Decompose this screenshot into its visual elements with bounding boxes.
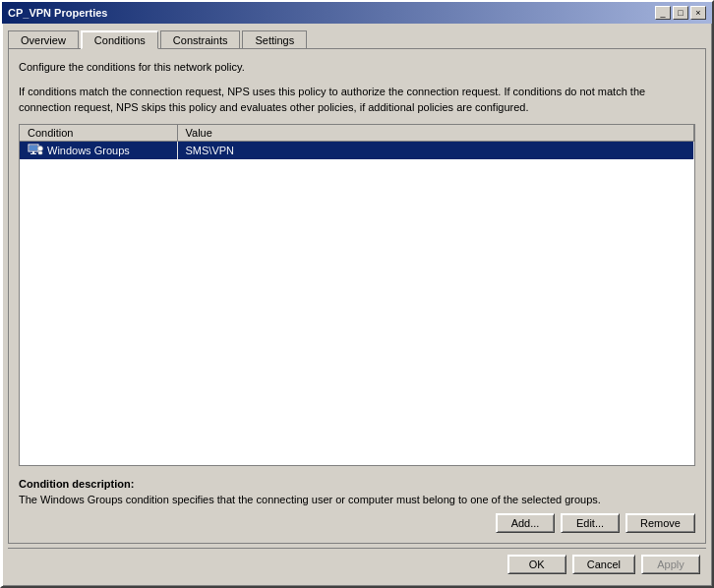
cancel-button[interactable]: Cancel: [572, 555, 635, 574]
ok-button[interactable]: OK: [507, 555, 566, 574]
add-button[interactable]: Add...: [496, 513, 555, 533]
svg-rect-5: [38, 151, 42, 154]
condition-description-title: Condition description:: [19, 478, 695, 490]
minimize-button[interactable]: _: [655, 6, 671, 20]
svg-rect-2: [32, 151, 34, 153]
tab-constraints[interactable]: Constraints: [160, 30, 241, 49]
tab-overview[interactable]: Overview: [8, 30, 79, 49]
tab-content-conditions: Configure the conditions for this networ…: [8, 48, 706, 544]
tab-conditions[interactable]: Conditions: [81, 30, 158, 49]
col-value: Value: [177, 125, 694, 142]
svg-point-4: [38, 146, 43, 150]
window-title: CP_VPN Properties: [8, 7, 107, 19]
table-header: Condition Value: [20, 125, 694, 142]
conditions-table: Condition Value: [20, 125, 694, 159]
title-bar: CP_VPN Properties _ □ ×: [2, 2, 712, 24]
col-condition: Condition: [20, 125, 177, 142]
action-button-row: Add... Edit... Remove: [19, 513, 695, 533]
main-window: CP_VPN Properties _ □ × Overview Conditi…: [0, 0, 714, 588]
description-line2: If conditions match the connection reque…: [19, 84, 695, 116]
bottom-button-row: OK Cancel Apply: [8, 548, 706, 580]
condition-name: Windows Groups: [47, 145, 130, 156]
svg-rect-3: [30, 153, 36, 154]
maximize-button[interactable]: □: [673, 6, 688, 20]
remove-button[interactable]: Remove: [625, 513, 695, 533]
window-body: Overview Conditions Constraints Settings…: [2, 24, 712, 586]
svg-rect-1: [30, 146, 37, 150]
title-bar-buttons: _ □ ×: [655, 6, 706, 20]
edit-button[interactable]: Edit...: [561, 513, 620, 533]
windows-groups-icon: [28, 144, 43, 157]
tab-bar: Overview Conditions Constraints Settings: [8, 29, 706, 48]
tab-settings[interactable]: Settings: [242, 30, 307, 49]
close-button[interactable]: ×: [690, 6, 706, 20]
condition-description-text: The Windows Groups condition specifies t…: [19, 492, 695, 508]
description-line1: Configure the conditions for this networ…: [19, 59, 695, 76]
table-row[interactable]: Windows Groups SMS\VPN: [20, 141, 694, 159]
value-cell: SMS\VPN: [177, 141, 694, 159]
conditions-table-container: Condition Value: [19, 124, 695, 466]
condition-description-section: Condition description: The Windows Group…: [19, 478, 695, 508]
apply-button[interactable]: Apply: [641, 555, 700, 574]
condition-cell: Windows Groups: [20, 141, 177, 159]
